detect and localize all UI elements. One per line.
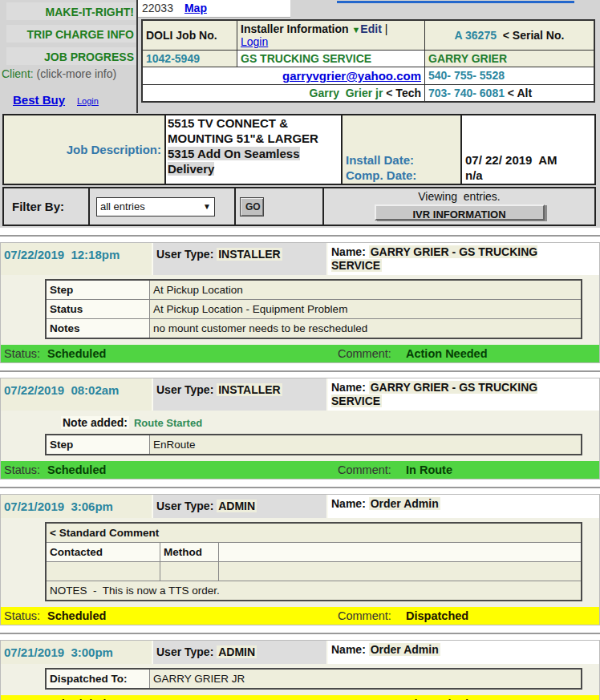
name-value: Order Admin [369, 497, 440, 510]
client-login-link[interactable]: Login [77, 96, 99, 106]
section-divider [0, 370, 600, 372]
entry-user-type: User Type: ADMIN [152, 641, 326, 664]
table-row: Notes no mount customer needs to be resc… [46, 319, 582, 339]
user-type-label: User Type: [156, 500, 213, 512]
filter-dropdown[interactable]: all entries▼ [96, 197, 215, 216]
log-entry: 07/21/2019 3:00pm User Type: ADMIN Name:… [0, 640, 600, 700]
entry-detail-table: Step EnRoute [45, 434, 582, 455]
name-label: Name: [331, 381, 366, 394]
table-row [46, 562, 582, 581]
status-value: Scheduled [47, 461, 106, 479]
table-row: < Standard Comment [46, 523, 582, 543]
user-type-value: ADMIN [217, 645, 257, 658]
row-value: At Pickup Location [150, 280, 582, 300]
name-label: Name: [331, 497, 366, 510]
job-description-label: Job Description: [4, 115, 164, 184]
comp-date-value: n/a [465, 168, 594, 183]
ivr-information-button[interactable]: IVR INFORMATION [375, 204, 545, 221]
row-value: EnRoute [150, 435, 582, 455]
empty-value-cell [219, 562, 582, 581]
tech-label: < Tech [386, 87, 421, 99]
user-type-label: User Type: [156, 248, 213, 261]
entry-detail-table: Dispatched To: GARRY GRIER JR [45, 668, 582, 690]
contacted-label: Contacted [46, 543, 160, 562]
doli-job-no-label: DOLI Job No. [143, 21, 237, 50]
user-type-value: INSTALLER [217, 248, 282, 261]
comment-label: Comment: [338, 461, 391, 479]
entry-timestamp: 07/21/2019 3:00pm [1, 641, 152, 664]
filter-bar: Filter By: all entries▼ GO Viewing entri… [2, 187, 596, 226]
table-row: Status At Pickup Location - Equipment Pr… [46, 300, 582, 319]
installer-info-label: Installer Information [241, 22, 349, 35]
status-value: Scheduled [47, 695, 106, 700]
job-progress-button[interactable]: JOB PROGRESS [6, 47, 136, 65]
chevron-down-icon[interactable]: ▼ [351, 25, 360, 34]
installer-info-table: DOLI Job No. Installer Information ▼Edit… [141, 19, 595, 103]
section-divider [0, 487, 600, 488]
status-bar: Status: Scheduled Comment: In Route [1, 461, 599, 479]
make-it-right-button[interactable]: MAKE-IT-RIGHT! [6, 2, 136, 20]
status-value: Scheduled [47, 607, 106, 625]
tech-cell: Garry Grier jr < Tech [143, 85, 424, 101]
status-bar: Status: Scheduled Comment: Action Needed [1, 345, 599, 362]
entry-detail-table: < Standard Comment Contacted Method NOTE… [45, 522, 582, 601]
entry-name: Name: Order Admin [326, 641, 599, 664]
entry-timestamp: 07/21/2019 3:06pm [1, 495, 152, 518]
entry-user-type: User Type: INSTALLER [152, 378, 326, 411]
serial-value: A 36275 [455, 29, 497, 42]
edit-link[interactable]: Edit [360, 22, 381, 35]
trip-charge-info-button[interactable]: TRIP CHARGE INFO [6, 25, 136, 42]
map-link[interactable]: Map [184, 2, 207, 14]
client-best-buy-link[interactable]: Best Buy [13, 93, 65, 107]
comment-value: Dispatched [406, 607, 468, 625]
comment-label: Comment: [338, 607, 391, 625]
phone-number: 540- 755- 5528 [424, 67, 594, 84]
install-date-label: Install Date: [346, 152, 460, 168]
row-label: Status [46, 300, 150, 319]
installer-info-cell: Installer Information ▼Edit | Login [237, 21, 424, 50]
email-link[interactable]: garryvgrier@yahoo.com [282, 69, 421, 83]
filter-by-label: Filter By: [4, 188, 88, 225]
entry-detail-table: Step At Pickup Location Status At Pickup… [45, 279, 582, 339]
row-value: At Pickup Location - Equipment Problem [150, 300, 582, 319]
installer-name: GARRY GRIER [424, 51, 594, 67]
note-added-value: Route Started [134, 417, 202, 429]
client-info: Client: (click-more info) [2, 67, 138, 80]
comment-label: Comment: [338, 695, 391, 700]
dropdown-arrow-icon: ▼ [203, 198, 211, 216]
viewing-entries-text: Viewing entries. [324, 190, 594, 203]
entry-name: Name: GARRY GRIER - GS TRUCKING SERVICE [326, 243, 599, 275]
row-label: Step [46, 280, 150, 300]
name-label: Name: [331, 245, 366, 258]
truncated-link-underline[interactable] [337, 1, 574, 3]
row-label: Step [46, 435, 150, 455]
job-description-addon: 5315 Add On Seamless Delivery [168, 147, 300, 176]
row-value: no mount customer needs to be reschedule… [150, 319, 582, 339]
entry-timestamp: 07/22/2019 12:18pm [1, 243, 152, 275]
filter-dropdown-cell: all entries▼ [88, 188, 234, 225]
name-value: Order Admin [369, 643, 440, 656]
note-added-label: Note added: [61, 416, 129, 429]
table-row: Dispatched To: GARRY GRIER JR [46, 669, 582, 689]
user-type-label: User Type: [156, 383, 213, 396]
user-type-value: ADMIN [217, 500, 257, 512]
contacted-value [46, 562, 160, 581]
install-date-value: 07/ 22/ 2019 AM [465, 152, 594, 168]
serial-label: < Serial No. [503, 29, 565, 42]
filter-dropdown-value: all entries [100, 198, 145, 216]
go-button[interactable]: GO [240, 197, 264, 216]
comment-value: Dispatched [406, 695, 468, 700]
method-label: Method [160, 543, 219, 562]
alt-phone-cell: 703- 740- 6081 < Alt [424, 85, 594, 101]
pipe-separator: | [385, 22, 388, 35]
log-entry: 07/22/2019 12:18pm User Type: INSTALLER … [0, 242, 600, 363]
zip-code: 22033 [142, 2, 173, 14]
user-type-label: User Type: [156, 645, 213, 658]
client-hint: (click-more info) [34, 67, 116, 80]
status-label: Status: [4, 345, 40, 362]
installer-login-link[interactable]: Login [241, 35, 268, 48]
entry-name: Name: Order Admin [326, 495, 599, 518]
row-value: GARRY GRIER JR [150, 669, 582, 689]
entry-name: Name: GARRY GRIER - GS TRUCKING SERVICE [326, 378, 599, 411]
job-description-section: Job Description: 5515 TV CONNECT & MOUNT… [2, 114, 596, 185]
